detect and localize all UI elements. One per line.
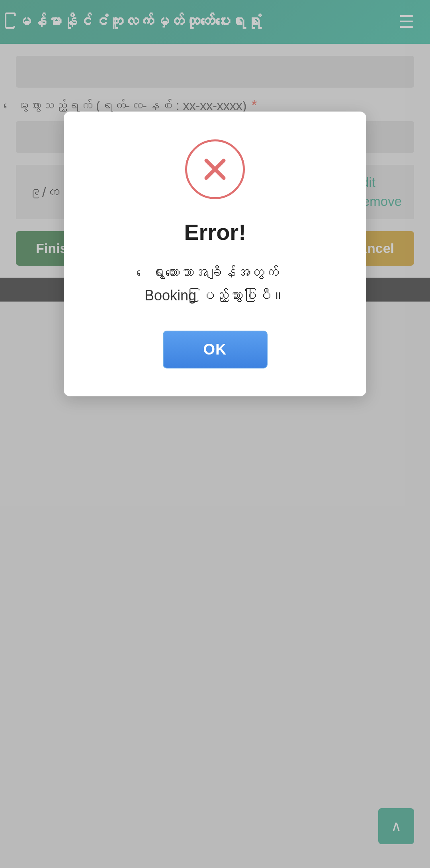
x-icon [199, 153, 231, 185]
modal-message: ရွေးထားသောအချိန်အတွက် Booking ပြည့်သွားပ… [145, 261, 285, 307]
error-modal-dialog: Error! ရွေးထားသောအချိန်အတွက် Booking ပြည… [64, 112, 366, 396]
error-icon-circle [185, 139, 245, 199]
modal-overlay: Error! ရွေးထားသောအချိန်အတွက် Booking ပြည… [0, 0, 430, 868]
modal-title: Error! [184, 219, 246, 245]
modal-ok-button[interactable]: OK [163, 331, 268, 368]
